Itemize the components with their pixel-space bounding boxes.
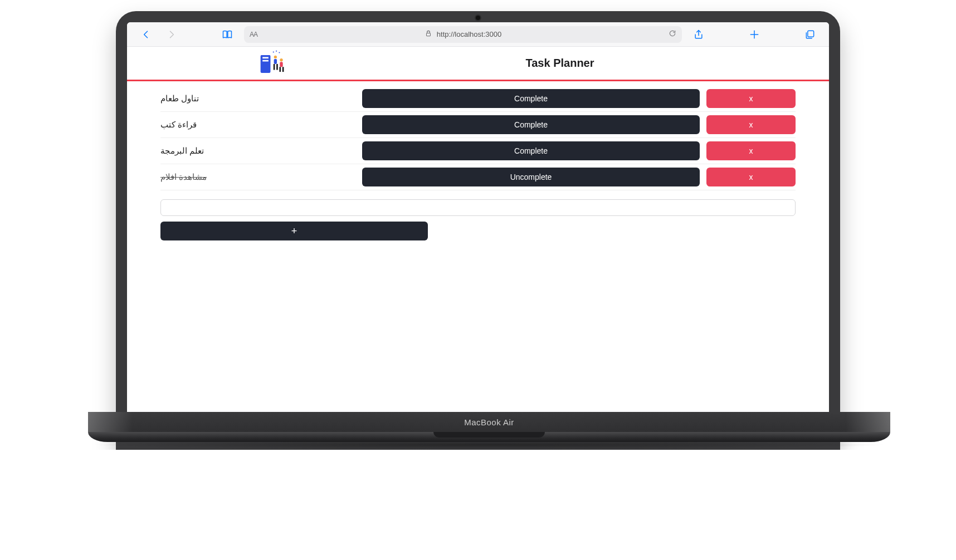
- svg-rect-10: [274, 63, 275, 70]
- task-label: تناول طعام: [160, 94, 355, 104]
- complete-button[interactable]: Complete: [362, 115, 700, 134]
- reload-icon: [669, 30, 676, 37]
- safari-toolbar: AA http://localhost:3000: [127, 22, 829, 47]
- app-logo: [257, 50, 287, 77]
- add-task-button[interactable]: +: [160, 222, 428, 240]
- address-bar[interactable]: AA http://localhost:3000: [244, 26, 682, 43]
- delete-button[interactable]: x: [706, 115, 796, 134]
- svg-rect-0: [426, 33, 430, 36]
- delete-button[interactable]: x: [706, 168, 796, 186]
- delete-button[interactable]: x: [706, 141, 796, 160]
- macbook-base: MacBook Air: [88, 412, 890, 450]
- svg-rect-15: [282, 67, 284, 72]
- task-list: تناول طعامCompletexقراءة كتبCompletexتعل…: [127, 81, 829, 190]
- svg-point-8: [274, 55, 277, 58]
- book-icon: [222, 29, 233, 40]
- task-row: تعلم البرمجةCompletex: [160, 138, 796, 164]
- task-row: تناول طعامCompletex: [160, 86, 796, 112]
- plus-icon: [749, 29, 760, 40]
- macbook-bottom: [88, 432, 890, 442]
- app-title: Task Planner: [388, 57, 816, 70]
- complete-button[interactable]: Complete: [362, 141, 700, 160]
- share-icon: [693, 29, 704, 40]
- task-label: قراءة كتب: [160, 120, 355, 130]
- task-row: قراءة كتبCompletex: [160, 112, 796, 138]
- macbook-frame: AA http://localhost:3000: [116, 11, 840, 450]
- lock-icon: [425, 30, 432, 39]
- app-header: Task Planner: [127, 47, 829, 81]
- svg-point-18: [279, 52, 280, 53]
- tabs-icon: [804, 29, 816, 40]
- add-task-area: +: [127, 190, 829, 240]
- task-label: تعلم البرمجة: [160, 146, 355, 156]
- chevron-left-icon: [140, 29, 152, 40]
- task-label: مشاهدة افلام: [160, 172, 355, 182]
- svg-rect-13: [280, 62, 282, 67]
- svg-rect-6: [262, 57, 269, 58]
- camera-dot: [476, 16, 480, 20]
- app-viewport: Task Planner تناول طعامCompletexقراءة كت…: [127, 47, 829, 412]
- url-text: http://localhost:3000: [437, 30, 501, 38]
- svg-rect-9: [274, 59, 277, 64]
- back-button[interactable]: [137, 26, 155, 43]
- tabs-button[interactable]: [801, 26, 819, 43]
- svg-point-17: [276, 50, 277, 51]
- task-row: مشاهدة افلامUncompletex: [160, 164, 796, 190]
- reload-button[interactable]: [669, 30, 676, 39]
- complete-button[interactable]: Complete: [362, 89, 700, 108]
- svg-point-12: [280, 58, 282, 61]
- trackpad-notch: [433, 432, 545, 438]
- macbook-label: MacBook Air: [88, 412, 890, 432]
- delete-button[interactable]: x: [706, 89, 796, 108]
- svg-rect-11: [276, 63, 278, 70]
- svg-point-16: [273, 51, 274, 52]
- bookmarks-button[interactable]: [218, 26, 236, 43]
- screen: AA http://localhost:3000: [127, 22, 829, 412]
- uncomplete-button[interactable]: Uncomplete: [362, 168, 700, 186]
- forward-button[interactable]: [163, 26, 181, 43]
- new-task-input[interactable]: [160, 199, 796, 216]
- text-size-button[interactable]: AA: [250, 31, 257, 38]
- share-button[interactable]: [690, 26, 708, 43]
- new-tab-button[interactable]: [745, 26, 763, 43]
- svg-rect-7: [262, 60, 269, 61]
- chevron-right-icon: [166, 29, 177, 40]
- svg-rect-4: [808, 31, 814, 37]
- svg-rect-14: [279, 67, 281, 72]
